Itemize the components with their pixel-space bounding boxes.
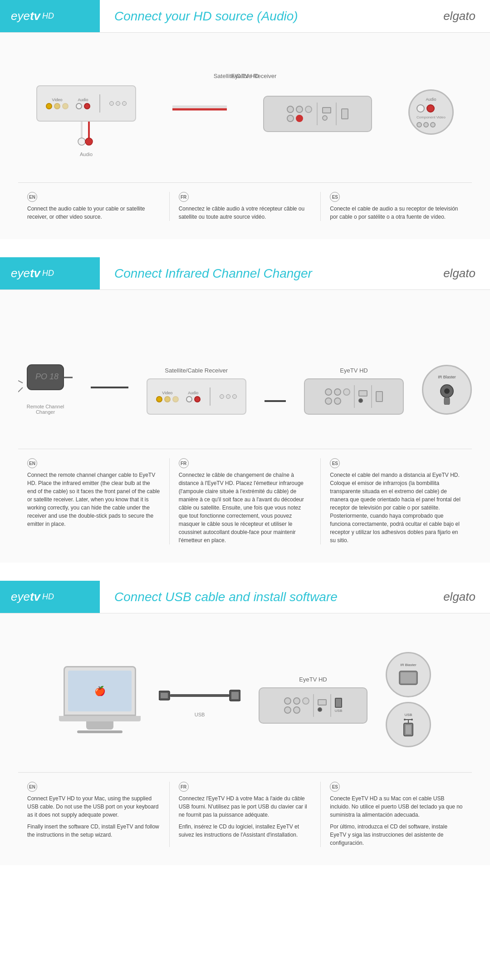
apple-logo-icon: 🍎	[94, 686, 106, 696]
svg-rect-23	[401, 672, 416, 683]
usb-port-zoom: USB	[386, 702, 431, 747]
mac-base	[59, 716, 141, 721]
lang-badge-en-usb: EN	[27, 782, 37, 792]
usb-desc-fr-text2: Enfin, insérez le CD du logiciel, instal…	[179, 823, 312, 839]
svg-rect-21	[231, 692, 239, 699]
eyetv-usb-group: EyeTV HD	[259, 676, 368, 724]
brand-logo-usb: eyetv HD	[0, 581, 100, 613]
section-audio-header: eyetv HD Connect your HD source (Audio) …	[0, 0, 490, 33]
usb-desc-fr-text1: Connectez l'EyeTV HD à votre Mac à l'aid…	[179, 794, 312, 819]
mac-stand	[86, 721, 113, 730]
section-audio-elgato: elgato	[443, 9, 490, 23]
section-audio-body: Satellite/Cable Receiver Video	[0, 33, 490, 239]
ir-desc-en: EN Connect the remote channel changer ca…	[18, 458, 170, 544]
section-usb-title: Connect USB cable and install software	[100, 590, 443, 604]
brand-eye-ir: eye	[11, 266, 30, 280]
section-ir-title: Connect Infrared Channel Changer	[100, 266, 443, 281]
divider-2	[0, 563, 490, 581]
svg-rect-16	[444, 397, 450, 405]
ir-desc-es: ES Conecte el cable del mando a distanci…	[321, 458, 472, 544]
mac-screen: 🍎	[64, 666, 136, 716]
ir-blaster-usb-label: IR Blaster	[400, 663, 416, 667]
ir-blaster-detail	[433, 382, 461, 405]
audio-diagram: Satellite/Cable Receiver Video	[18, 51, 472, 178]
mac-foot	[77, 730, 122, 733]
audio-desc-fr: FR Connectez le câble audio à votre réce…	[170, 192, 321, 221]
usb-zoom-group: IR Blaster USB	[386, 652, 431, 747]
svg-point-1	[78, 138, 85, 145]
audio-desc-es: ES Conecte el cable de audio a su recept…	[321, 192, 472, 221]
audio-descriptions: EN Connect the audio cable to your cable…	[18, 182, 472, 225]
usb-desc-es: ES Conecte EyeTV HD a su Mac con el cabl…	[321, 782, 472, 847]
brand-tv-ir: tv	[30, 266, 40, 280]
ir-blaster-usb-detail	[397, 669, 420, 687]
usb-port-detail	[399, 719, 417, 737]
section-ir-elgato: elgato	[443, 266, 490, 280]
section-usb: eyetv HD Connect USB cable and install s…	[0, 581, 490, 865]
eyetv-box-ir	[304, 378, 404, 415]
section-audio: eyetv HD Connect your HD source (Audio) …	[0, 0, 490, 239]
ir-diagram: PO 18 Remote Channel Changer	[18, 308, 472, 444]
brand-logo-audio: eyetv HD	[0, 0, 100, 32]
lang-badge-es-audio: ES	[330, 192, 340, 202]
audio-cable-svg	[172, 103, 227, 112]
ir-descriptions: EN Connect the remote channel changer ca…	[18, 449, 472, 549]
divider-1	[0, 239, 490, 257]
eyetv-label-audio: EyeTV HD	[231, 73, 259, 79]
svg-point-3	[85, 138, 93, 145]
audio-desc-es-text: Conecte el cable de audio a su receptor …	[330, 205, 463, 221]
usb-desc-en-text1: Connect EyeTV HD to your Mac, using the …	[27, 794, 160, 819]
usb-desc-en: EN Connect EyeTV HD to your Mac, using t…	[18, 782, 170, 847]
section-audio-title: Connect your HD source (Audio)	[100, 9, 443, 24]
svg-point-28	[404, 719, 406, 720]
svg-rect-25	[406, 725, 411, 734]
lang-badge-es-usb: ES	[330, 782, 340, 792]
svg-line-9	[18, 381, 23, 383]
lang-badge-es-ir: ES	[330, 458, 340, 468]
audio-desc-en: EN Connect the audio cable to your cable…	[18, 192, 170, 221]
svg-line-8	[18, 387, 23, 392]
ir-desc-en-text: Connect the remote channel changer cable…	[27, 471, 160, 528]
audio-zoom-circle: Audio Component Video	[408, 89, 454, 135]
ir-desc-fr-text: Connectez le câble de changement de chaî…	[179, 471, 312, 544]
brand-tv: tv	[30, 9, 40, 23]
brand-hd-usb: HD	[42, 592, 54, 602]
lang-badge-en-audio: EN	[27, 192, 37, 202]
mac-computer: 🍎	[59, 666, 141, 733]
section-ir-header: eyetv HD Connect Infrared Channel Change…	[0, 257, 490, 290]
brand-eye: eye	[11, 9, 30, 23]
eyetv-box-usb: USB	[259, 687, 368, 724]
satellite-receiver-ir: Video Audio	[147, 378, 246, 415]
ir-emitter-svg: PO 18	[18, 356, 73, 401]
ir-desc-fr: FR Connectez le câble de changement de c…	[170, 458, 321, 544]
section-usb-header: eyetv HD Connect USB cable and install s…	[0, 581, 490, 613]
svg-text:PO 18: PO 18	[35, 372, 59, 381]
usb-diagram: 🍎	[18, 632, 472, 768]
usb-desc-es-text1: Conecte EyeTV HD a su Mac con el cable U…	[330, 794, 463, 819]
audio-desc-en-text: Connect the audio cable to your cable or…	[27, 205, 160, 221]
svg-rect-18	[161, 693, 168, 698]
lang-badge-fr-ir: FR	[179, 458, 189, 468]
ir-desc-es-text: Conecte el cable del mando a distancia a…	[330, 471, 463, 544]
eyetv-box-audio	[263, 96, 372, 132]
ir-to-eyetv-cable	[265, 397, 286, 406]
audio-cable-connectors	[73, 122, 100, 149]
satellite-receiver-audio: Video Audio	[36, 85, 136, 122]
usb-cable-svg	[159, 682, 240, 709]
usb-cable-group: USB	[159, 682, 240, 717]
brand-hd-ir: HD	[42, 269, 54, 278]
remote-changer-label: Remote Channel Changer	[18, 404, 73, 415]
mac-screen-display: 🍎	[68, 671, 132, 711]
lang-badge-fr-audio: FR	[179, 192, 189, 202]
brand-logo-ir: eyetv HD	[0, 257, 100, 289]
section-usb-elgato: elgato	[443, 590, 490, 604]
brand-tv-usb: tv	[30, 590, 40, 604]
brand-hd: HD	[42, 11, 54, 21]
mac-computer-group: 🍎	[59, 666, 141, 733]
audio-desc-fr-text: Connectez le câble audio à votre récepte…	[179, 205, 312, 221]
usb-desc-es-text2: Por último, introduzca el CD del softwar…	[330, 823, 463, 847]
svg-point-29	[411, 719, 413, 720]
section-ir-body: PO 18 Remote Channel Changer	[0, 290, 490, 563]
brand-eye-usb: eye	[11, 590, 30, 604]
usb-desc-en-text2: Finally insert the software CD, install …	[27, 823, 160, 839]
